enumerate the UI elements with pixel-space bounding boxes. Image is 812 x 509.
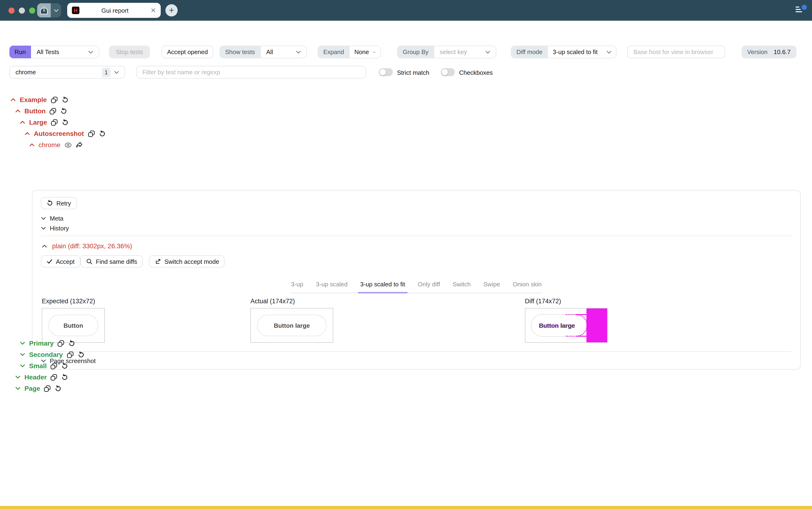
retry-button[interactable]: Retry: [41, 197, 77, 209]
copy-icon[interactable]: [57, 340, 64, 347]
tab-3-up[interactable]: 3-up: [291, 281, 303, 293]
chevron-down-icon: [607, 50, 612, 54]
tab-3-up-scaled-to-fit[interactable]: 3-up scaled to fit: [360, 281, 405, 293]
retry-icon[interactable]: [61, 96, 68, 103]
tree-item-label[interactable]: Header: [25, 372, 47, 382]
switch-accept-mode-button[interactable]: Switch accept mode: [149, 255, 225, 268]
expand-label: Expand: [318, 45, 349, 58]
window-minimize-button[interactable]: [19, 7, 25, 14]
run-button[interactable]: Run: [9, 45, 31, 58]
chevron-up-icon[interactable]: [15, 109, 21, 113]
chevron-up-icon[interactable]: [10, 98, 16, 102]
chevron-up-icon[interactable]: [20, 121, 25, 124]
find-same-diffs-button[interactable]: Find same diffs: [80, 255, 143, 268]
retry-icon[interactable]: [61, 362, 68, 369]
tree-item-label[interactable]: Large: [29, 117, 47, 127]
chevron-up-icon[interactable]: [25, 132, 30, 135]
group-by-select[interactable]: select key: [434, 45, 496, 58]
tree-item-button[interactable]: Button: [15, 106, 67, 116]
tree-item-label[interactable]: Button: [25, 106, 46, 116]
window-zoom-button[interactable]: [29, 7, 35, 14]
expand-select[interactable]: None: [349, 45, 381, 58]
tab-counter-pentagon-icon: 1: [37, 3, 51, 18]
tree-item-label[interactable]: Secondary: [29, 350, 63, 359]
assert-view-header[interactable]: plain (diff: 3302px, 26.36%): [42, 242, 132, 250]
browser-menu-icon[interactable]: [796, 7, 802, 12]
chevron-down-icon[interactable]: [15, 386, 21, 390]
stop-tests-button[interactable]: Stop tests: [109, 45, 150, 58]
tab-onion-skin[interactable]: Onion skin: [513, 281, 542, 293]
checkboxes-toggle[interactable]: [441, 68, 455, 76]
retry-icon[interactable]: [55, 385, 62, 392]
retry-icon[interactable]: [77, 351, 84, 358]
copy-icon[interactable]: [50, 362, 58, 369]
history-collapser[interactable]: History: [41, 225, 69, 232]
copy-icon[interactable]: [44, 385, 51, 392]
tree-item-small[interactable]: Small: [20, 361, 68, 371]
tab-list-chevron[interactable]: [51, 3, 61, 18]
tree-item-label[interactable]: Primary: [29, 339, 53, 348]
diff-mode-select[interactable]: 3-up scaled to fit: [548, 45, 617, 58]
chevron-up-icon[interactable]: [29, 143, 35, 147]
window-close-button[interactable]: [8, 7, 14, 14]
tree-item-label[interactable]: chrome: [39, 140, 61, 149]
diff-mode-label: Diff mode: [511, 45, 548, 58]
eye-icon[interactable]: [64, 142, 72, 148]
copy-icon[interactable]: [50, 96, 58, 103]
tab-title: Gui report: [79, 7, 151, 14]
diff-screenshot[interactable]: Button large: [525, 308, 607, 343]
tab-count: 1: [37, 7, 51, 12]
tree-item-header[interactable]: Header: [15, 372, 68, 382]
show-tests-select[interactable]: All: [261, 45, 307, 58]
browser-tab[interactable]: H Gui report ✕: [67, 3, 161, 18]
tab-swipe[interactable]: Swipe: [484, 281, 500, 293]
new-tab-button[interactable]: +: [165, 4, 178, 16]
retry-icon[interactable]: [61, 374, 68, 381]
chevron-down-icon[interactable]: [20, 353, 25, 357]
tab-counter[interactable]: 1: [37, 3, 61, 18]
share-icon[interactable]: [75, 141, 82, 148]
profile-avatar[interactable]: [802, 5, 807, 10]
retry-icon[interactable]: [62, 119, 69, 126]
tab-switch[interactable]: Switch: [453, 281, 471, 293]
tree-item-secondary[interactable]: Secondary: [20, 350, 84, 359]
copy-icon[interactable]: [51, 119, 58, 126]
chevron-down-icon[interactable]: [20, 364, 25, 368]
browser-select[interactable]: chrome 1: [9, 66, 125, 78]
tree-item-large[interactable]: Large: [20, 117, 69, 127]
actual-screenshot[interactable]: Button large: [251, 308, 333, 343]
chevron-down-icon[interactable]: [20, 341, 25, 345]
tree-item-example[interactable]: Example: [10, 95, 68, 104]
copy-icon[interactable]: [49, 107, 57, 114]
tree-item-label[interactable]: Small: [29, 361, 47, 371]
screen: 1 H Gui report ✕ + http://loc: [0, 0, 812, 509]
test-filter-input[interactable]: [136, 66, 366, 78]
tree-item-primary[interactable]: Primary: [20, 339, 75, 348]
tree-item-autoscreenshot[interactable]: Autoscreenshot: [25, 129, 106, 138]
tab-close-icon[interactable]: ✕: [151, 7, 156, 14]
retry-icon[interactable]: [60, 107, 67, 114]
copy-icon[interactable]: [67, 351, 74, 358]
diff-mode-control: Diff mode 3-up scaled to fit: [511, 45, 617, 58]
retry-icon[interactable]: [68, 340, 75, 347]
strict-match-toggle[interactable]: [379, 68, 393, 76]
run-scope-select[interactable]: All Tests: [31, 45, 99, 58]
accept-button[interactable]: Accept: [41, 255, 80, 268]
tree-item-label[interactable]: Autoscreenshot: [34, 129, 84, 138]
tab-3-up-scaled[interactable]: 3-up scaled: [316, 281, 347, 293]
tree-item-label[interactable]: Page: [25, 384, 40, 393]
tree-item-chrome-browser[interactable]: chrome: [29, 140, 82, 149]
copy-icon[interactable]: [50, 374, 58, 381]
assert-title: plain (diff: 3302px, 26.36%): [52, 242, 132, 250]
tree-item-page[interactable]: Page: [15, 384, 62, 393]
base-host-input[interactable]: [627, 45, 725, 58]
retry-icon[interactable]: [99, 130, 106, 137]
accept-opened-button[interactable]: Accept opened: [162, 45, 213, 58]
chevron-down-icon[interactable]: [15, 375, 21, 379]
meta-collapser[interactable]: Meta: [41, 215, 64, 222]
tab-only-diff[interactable]: Only diff: [418, 281, 440, 293]
expected-screenshot[interactable]: Button: [42, 308, 105, 343]
copy-icon[interactable]: [88, 130, 95, 137]
actual-label: Actual (174x72): [251, 298, 295, 305]
tree-item-label[interactable]: Example: [20, 95, 47, 104]
